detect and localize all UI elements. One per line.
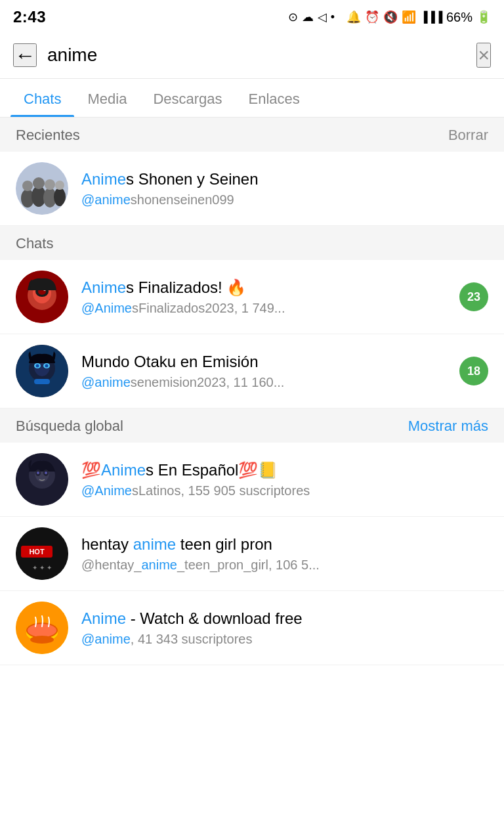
list-item-watch[interactable]: Anime - Watch & download free @anime, 41… bbox=[0, 591, 504, 665]
borrar-button[interactable]: Borrar bbox=[448, 127, 488, 144]
svg-point-8 bbox=[55, 181, 64, 190]
status-time: 2:43 bbox=[13, 8, 46, 26]
avatar-finalizados bbox=[16, 271, 68, 323]
list-item-finalizados[interactable]: Animes Finalizados! 🔥 @AnimesFinalizados… bbox=[0, 260, 504, 334]
shonen-content: Animes Shonen y Seinen @animeshonenseine… bbox=[81, 170, 488, 208]
global-search-header: Búsqueda global Mostrar más bbox=[0, 408, 504, 443]
svg-point-20 bbox=[36, 364, 39, 368]
svg-text:✦ ✦ ✦: ✦ ✦ ✦ bbox=[32, 564, 52, 571]
otaku-title: Mundo Otaku en Emisión bbox=[81, 353, 452, 371]
tab-media[interactable]: Media bbox=[74, 79, 140, 117]
svg-point-21 bbox=[45, 364, 49, 368]
hentay-subtitle: @hentay_anime_teen_pron_girl, 106 5... bbox=[81, 558, 488, 573]
shonen-title: Animes Shonen y Seinen bbox=[81, 170, 488, 188]
list-item-otaku[interactable]: Mundo Otaku en Emisión @animesenemision2… bbox=[0, 334, 504, 408]
avatar-watch bbox=[16, 602, 68, 654]
otaku-badge: 18 bbox=[459, 357, 488, 385]
shonen-subtitle: @animeshonenseinen099 bbox=[81, 192, 488, 208]
otaku-content: Mundo Otaku en Emisión @animesenemision2… bbox=[81, 353, 452, 390]
alarm-icon: ⏰ bbox=[365, 10, 379, 24]
hentay-title: hentay anime teen girl pron bbox=[81, 535, 488, 554]
list-item-espanol[interactable]: 💯Animes En Español💯📒 @AnimesLatinos, 155… bbox=[0, 443, 504, 517]
espanol-subtitle: @AnimesLatinos, 155 905 suscriptores bbox=[81, 483, 488, 498]
cloud-icon: ☁ bbox=[302, 10, 314, 24]
dot-icon: • bbox=[331, 11, 335, 24]
bell-icon: 🔔 bbox=[346, 10, 361, 24]
svg-text:HOT: HOT bbox=[29, 548, 45, 556]
otaku-subtitle: @animesenemision2023, 11 160... bbox=[81, 375, 452, 390]
svg-point-38 bbox=[30, 636, 54, 644]
espanol-title: 💯Animes En Español💯📒 bbox=[81, 461, 488, 479]
svg-rect-22 bbox=[34, 379, 50, 384]
tab-enlaces[interactable]: Enlaces bbox=[236, 79, 313, 117]
signal-icon: ▐▐▐ bbox=[420, 11, 442, 23]
camera-icon: ⊙ bbox=[288, 10, 298, 24]
avatar-hentay: HOT ✦ ✦ ✦ bbox=[16, 527, 68, 580]
finalizados-content: Animes Finalizados! 🔥 @AnimesFinalizados… bbox=[81, 278, 452, 316]
watch-content: Anime - Watch & download free @anime, 41… bbox=[81, 609, 488, 647]
search-bar: ← × bbox=[0, 32, 504, 79]
svg-point-7 bbox=[54, 188, 66, 206]
battery-icon: 🔋 bbox=[476, 10, 491, 24]
hentay-content: hentay anime teen girl pron @hentay_anim… bbox=[81, 535, 488, 573]
list-item-shonen[interactable]: Animes Shonen y Seinen @animeshonenseine… bbox=[0, 152, 504, 226]
svg-point-28 bbox=[37, 472, 39, 474]
svg-point-6 bbox=[45, 179, 55, 190]
finalizados-title: Animes Finalizados! 🔥 bbox=[81, 278, 452, 297]
wifi-icon: 📶 bbox=[402, 10, 416, 24]
mute-icon: 🔇 bbox=[383, 10, 398, 24]
svg-point-29 bbox=[45, 472, 47, 474]
search-input[interactable] bbox=[47, 45, 466, 66]
send-icon: ◁ bbox=[318, 10, 327, 24]
search-input-container bbox=[47, 45, 466, 66]
finalizados-subtitle: @AnimesFinalizados2023, 1 749... bbox=[81, 301, 452, 316]
tabs-container: Chats Media Descargas Enlaces bbox=[0, 79, 504, 118]
avatar-shonen bbox=[16, 162, 68, 215]
avatar-otaku bbox=[16, 345, 68, 397]
back-button[interactable]: ← bbox=[13, 43, 37, 67]
status-icons: ⊙ ☁ ◁ • 🔔 ⏰ 🔇 📶 ▐▐▐ 66% 🔋 bbox=[288, 10, 491, 25]
recientes-header: Recientes Borrar bbox=[0, 118, 504, 152]
svg-point-4 bbox=[33, 177, 45, 189]
clear-search-button[interactable]: × bbox=[476, 43, 491, 68]
chats-section-title: Chats bbox=[16, 235, 53, 252]
espanol-content: 💯Animes En Español💯📒 @AnimesLatinos, 155… bbox=[81, 461, 488, 498]
battery-level: 66% bbox=[446, 10, 472, 25]
status-bar: 2:43 ⊙ ☁ ◁ • 🔔 ⏰ 🔇 📶 ▐▐▐ 66% 🔋 bbox=[0, 0, 504, 32]
watch-title: Anime - Watch & download free bbox=[81, 609, 488, 628]
finalizados-badge: 23 bbox=[459, 282, 488, 311]
tab-descargas[interactable]: Descargas bbox=[140, 79, 235, 117]
avatar-espanol bbox=[16, 453, 68, 506]
tab-chats[interactable]: Chats bbox=[10, 79, 74, 117]
mostrar-mas-button[interactable]: Mostrar más bbox=[408, 418, 488, 435]
recientes-title: Recientes bbox=[16, 127, 80, 144]
list-item-hentay[interactable]: HOT ✦ ✦ ✦ hentay anime teen girl pron @h… bbox=[0, 517, 504, 591]
chats-section-header: Chats bbox=[0, 226, 504, 260]
svg-point-2 bbox=[22, 181, 33, 191]
global-search-title: Búsqueda global bbox=[16, 418, 123, 435]
watch-subtitle: @anime, 41 343 suscriptores bbox=[81, 632, 488, 647]
